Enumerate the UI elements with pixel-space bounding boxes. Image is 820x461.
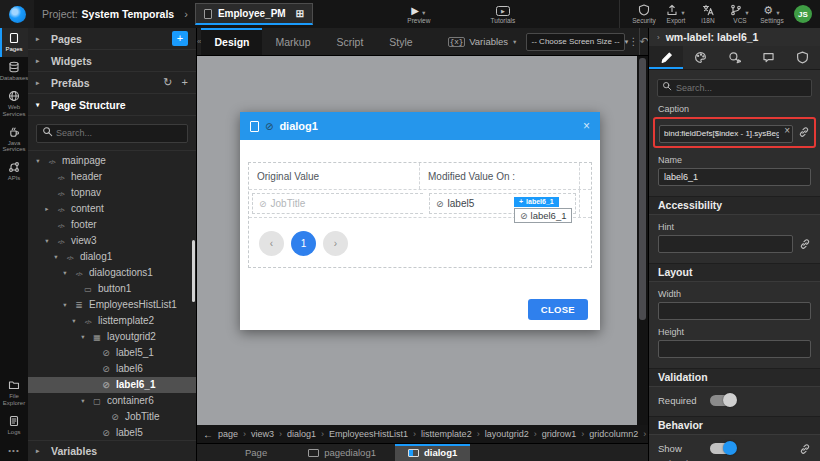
tab-pagedialog1[interactable]: pagedialog1 xyxy=(295,444,389,461)
rail-item-pages[interactable]: Pages xyxy=(0,28,28,57)
section-page-structure[interactable]: ▾ Page Structure xyxy=(28,94,196,116)
page-number-button[interactable]: 1 xyxy=(291,231,316,256)
vcs-button[interactable]: ▼ VCS xyxy=(724,0,756,28)
tree-node[interactable]: view3 xyxy=(28,233,196,249)
bind-link-icon[interactable] xyxy=(798,126,810,138)
bind-link-icon[interactable] xyxy=(799,238,811,250)
tree-node[interactable]: content xyxy=(28,201,196,217)
tree-node[interactable]: listtemplate2 xyxy=(28,313,196,329)
section-widgets[interactable]: ▸ Widgets xyxy=(28,50,196,72)
breadcrumb-item[interactable]: listtemplate2 xyxy=(421,429,480,439)
clear-binding-icon[interactable]: × xyxy=(784,125,790,137)
required-toggle[interactable] xyxy=(710,395,736,406)
breadcrumb-item[interactable]: dialog1 xyxy=(287,429,324,439)
rail-item-logs[interactable]: Logs xyxy=(0,411,28,440)
tab-style[interactable]: Style xyxy=(376,28,425,55)
rail-item-apis[interactable]: APIs xyxy=(0,157,28,186)
tree-node[interactable]: button1 xyxy=(28,281,196,297)
rail-item-java-services[interactable]: Java Services xyxy=(0,122,28,158)
rail-more-icon[interactable]: ••• xyxy=(0,440,28,461)
back-arrow-icon[interactable]: ← xyxy=(203,429,213,440)
add-page-button[interactable]: + xyxy=(172,31,188,46)
refresh-icon[interactable]: ↻ xyxy=(163,76,172,89)
rail-item-databases[interactable]: Databases xyxy=(0,57,28,86)
tab-markup[interactable]: Markup xyxy=(262,28,323,55)
canvas-scrollbar[interactable] xyxy=(637,56,648,425)
section-variables[interactable]: ▸ Variables xyxy=(28,440,196,461)
selected-widget-chip[interactable]: ⊘label6_1 xyxy=(514,208,572,223)
dialog-header[interactable]: ⊘ dialog1 × xyxy=(240,112,600,140)
i18n-button[interactable]: i18N xyxy=(692,0,724,28)
caption-input[interactable] xyxy=(659,125,793,143)
tutorials-label: Tutorials xyxy=(491,17,516,24)
tree-node[interactable]: topnav xyxy=(28,185,196,201)
tree-node[interactable]: footer xyxy=(28,217,196,233)
tree-node[interactable]: container6 xyxy=(28,393,196,409)
screen-size-select[interactable]: -- Choose Screen Size -- ▼ xyxy=(526,33,625,51)
close-button[interactable]: CLOSE xyxy=(528,299,588,320)
tree-node[interactable]: mainpage xyxy=(28,153,196,169)
bind-link-icon[interactable] xyxy=(799,443,811,455)
variables-dropdown[interactable]: {x} Variables ▼ xyxy=(448,28,518,55)
name-input[interactable] xyxy=(658,168,811,186)
dialog-preview[interactable]: ⊘ dialog1 × Original Value Modified Valu… xyxy=(240,112,600,330)
dialog-close-icon[interactable]: × xyxy=(583,119,590,133)
tree-node[interactable]: label6 xyxy=(28,361,196,377)
open-page-tab[interactable]: Employee_PM ⊞ xyxy=(195,3,313,25)
tree-node[interactable]: layoutgrid2 xyxy=(28,329,196,345)
tree-node[interactable]: dialogactions1 xyxy=(28,265,196,281)
preview-button[interactable]: ▶▼ Preview xyxy=(403,0,435,28)
tab-design[interactable]: Design xyxy=(201,28,262,55)
settings-button[interactable]: ⚙▼ Settings xyxy=(756,0,788,28)
jobtitle-cell[interactable]: ⊘ JobTitle xyxy=(252,193,423,214)
canvas-scrollbar-thumb[interactable] xyxy=(639,58,646,320)
add-prefab-button[interactable]: + xyxy=(182,76,188,89)
container-icon xyxy=(91,395,103,406)
section-pages[interactable]: ▸ Pages + xyxy=(28,28,196,50)
tree-node[interactable]: EmployeesHistList1 xyxy=(28,297,196,313)
tutorials-button[interactable]: ▶ Tutorials xyxy=(487,0,519,28)
chevron-right-icon[interactable]: › xyxy=(657,33,660,42)
breadcrumb-item[interactable]: view3 xyxy=(251,429,282,439)
tab-dialog1[interactable]: dialog1 xyxy=(395,444,470,461)
tree-search-input[interactable] xyxy=(36,124,188,143)
breadcrumb-item[interactable]: page xyxy=(218,429,246,439)
breadcrumb-item[interactable]: gridrow1 xyxy=(542,429,585,439)
tree-node[interactable]: label5 xyxy=(28,425,196,441)
app-logo[interactable] xyxy=(0,0,34,28)
tab-script[interactable]: Script xyxy=(323,28,376,55)
tab-events[interactable] xyxy=(752,46,786,69)
rail-item-file-explorer[interactable]: File Explorer xyxy=(0,375,28,411)
tab-inspect[interactable] xyxy=(717,46,751,69)
tree-node[interactable]: label5_1 xyxy=(28,345,196,361)
show-toggle[interactable] xyxy=(710,443,736,454)
rail-item-web-services[interactable]: Web Services xyxy=(0,86,28,122)
security-button[interactable]: Security xyxy=(628,0,660,28)
user-avatar[interactable]: JS xyxy=(794,5,812,23)
col-header-original-value[interactable]: Original Value xyxy=(249,163,420,189)
col-header-modified-value[interactable]: Modified Value On : xyxy=(420,163,579,189)
left-panel-scrollbar[interactable] xyxy=(192,240,195,302)
section-prefabs[interactable]: ▸ Prefabs ↻+ xyxy=(28,72,196,94)
breadcrumb-item[interactable]: EmployeesHistList1 xyxy=(329,429,416,439)
width-input[interactable] xyxy=(658,302,811,320)
height-input[interactable] xyxy=(658,340,811,358)
selection-badge[interactable]: +label6_1 xyxy=(514,197,559,207)
tab-security[interactable] xyxy=(786,46,820,69)
properties-search-input[interactable] xyxy=(657,79,812,97)
tree-node[interactable]: header xyxy=(28,169,196,185)
tree-node[interactable]: JobTitle xyxy=(28,409,196,425)
more-options-icon[interactable]: ⋮ xyxy=(629,28,640,55)
breadcrumb-item[interactable]: gridcolumn2 xyxy=(589,429,646,439)
tree-node-selected[interactable]: label6_1 xyxy=(28,377,196,393)
breadcrumb-item[interactable]: layoutgrid2 xyxy=(485,429,537,439)
tab-styles[interactable] xyxy=(683,46,717,69)
prev-page-button[interactable]: ‹ xyxy=(259,231,284,256)
design-canvas[interactable]: ⊘ dialog1 × Original Value Modified Valu… xyxy=(197,56,648,425)
page-switcher-icon[interactable]: ⊞ xyxy=(295,8,303,19)
hint-input[interactable] xyxy=(658,235,793,253)
tree-node[interactable]: dialog1 xyxy=(28,249,196,265)
tab-properties[interactable] xyxy=(649,46,683,69)
next-page-button[interactable]: › xyxy=(323,231,348,256)
export-button[interactable]: ▼ Export xyxy=(660,0,692,28)
